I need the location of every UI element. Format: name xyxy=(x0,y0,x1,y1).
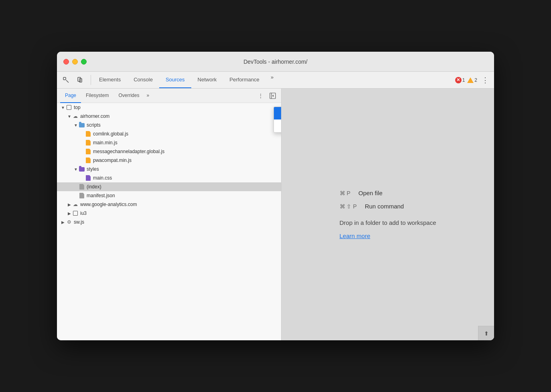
shortcut-row-open-file: ⌘ P Open file xyxy=(340,190,383,196)
upload-icon: ⬆ xyxy=(484,330,489,337)
tree-item-manifest[interactable]: ▼ manifest.json xyxy=(57,191,281,200)
kebab-menu-button[interactable]: ⋮ xyxy=(480,75,491,86)
minimize-button[interactable] xyxy=(72,59,78,65)
main-content: Page Filesystem Overrides » ⋮ xyxy=(57,89,494,340)
tree-arrow-top: ▼ xyxy=(60,105,66,110)
subtab-filesystem[interactable]: Filesystem xyxy=(81,89,113,103)
tree-item-scripts[interactable]: ▼ scripts xyxy=(57,121,281,129)
tree-item-main-min[interactable]: ▼ main.min.js xyxy=(57,138,281,147)
tree-item-comlink[interactable]: ▼ comlink.global.js xyxy=(57,129,281,138)
folder-purple-icon xyxy=(79,166,85,172)
tree-item-index[interactable]: ▼ (index) xyxy=(57,182,281,191)
subtab-overrides[interactable]: Overrides xyxy=(113,89,144,103)
file-yellow-icon-2 xyxy=(85,139,91,146)
open-file-shortcut: ⌘ P xyxy=(340,190,350,196)
context-menu-group-by-folder[interactable]: ✓ Group by folder xyxy=(274,107,282,119)
close-button[interactable] xyxy=(63,59,69,65)
cloud-icon-2: ☁ xyxy=(72,201,79,208)
svg-rect-0 xyxy=(63,77,66,80)
window-title: DevTools - airhorner.com/ xyxy=(243,59,308,65)
cloud-icon: ☁ xyxy=(72,113,79,119)
tree-item-airhorner[interactable]: ▼ ☁ airhorner.com xyxy=(57,112,281,121)
file-gray-icon xyxy=(79,184,85,190)
folder-blue-icon xyxy=(79,122,85,128)
file-yellow-icon-3 xyxy=(85,148,91,155)
square-icon-2 xyxy=(72,210,79,216)
file-tree: ▼ top ▼ ☁ airhorner.com ▼ xyxy=(57,103,281,340)
traffic-lights xyxy=(63,59,87,65)
gear-icon: ⚙ xyxy=(66,219,72,225)
subtab-more[interactable]: » xyxy=(144,89,152,103)
error-badge: ✕ 1 xyxy=(455,77,465,83)
context-menu-open-file[interactable]: Open file ⌘ P xyxy=(274,120,282,132)
tree-item-main-css[interactable]: ▼ main.css xyxy=(57,174,281,182)
tab-network[interactable]: Network xyxy=(191,72,223,88)
tree-item-messagechannel[interactable]: ▼ messagechanneladapter.global.js xyxy=(57,147,281,156)
sub-tab-actions: ⋮ xyxy=(255,91,278,101)
more-options-button[interactable]: ⋮ xyxy=(255,91,266,101)
right-panel-content: ⌘ P Open file ⌘ ⇧ P Run command Drop in … xyxy=(324,182,452,247)
run-command-shortcut: ⌘ ⇧ P xyxy=(340,203,357,210)
tab-bar: Elements Console Sources Network Perform… xyxy=(57,72,494,89)
learn-more-link[interactable]: Learn more xyxy=(340,232,371,239)
bottom-bar: ⬆ xyxy=(478,326,494,340)
devtools-window: DevTools - airhorner.com/ Elements Conso xyxy=(57,52,494,340)
device-toolbar-button[interactable] xyxy=(74,74,86,86)
tab-elements[interactable]: Elements xyxy=(93,72,127,88)
tree-arrow-scripts: ▼ xyxy=(73,122,79,128)
sub-tab-bar: Page Filesystem Overrides » ⋮ xyxy=(57,89,281,103)
warning-icon xyxy=(467,77,474,83)
maximize-button[interactable] xyxy=(81,59,87,65)
square-icon xyxy=(66,104,72,111)
workspace-text: Drop in a folder to add to workspace xyxy=(340,219,436,226)
tab-divider xyxy=(91,75,91,85)
tree-item-sw[interactable]: ▶ ⚙ sw.js xyxy=(57,218,281,226)
warning-badge: 2 xyxy=(467,77,477,83)
tree-item-styles[interactable]: ▼ styles xyxy=(57,165,281,174)
toolbar-icons xyxy=(60,72,86,88)
tree-arrow-airhorner: ▼ xyxy=(67,113,72,119)
shortcut-row-run-command: ⌘ ⇧ P Run command xyxy=(340,203,404,210)
error-icon: ✕ xyxy=(455,77,462,83)
file-yellow-icon xyxy=(85,131,91,137)
tree-item-pwacompat[interactable]: ▼ pwacompat.min.js xyxy=(57,156,281,165)
right-panel: ⌘ P Open file ⌘ ⇧ P Run command Drop in … xyxy=(282,89,494,340)
tab-performance[interactable]: Performance xyxy=(223,72,265,88)
title-bar: DevTools - airhorner.com/ xyxy=(57,52,494,72)
file-purple-icon xyxy=(85,175,91,181)
tree-item-top[interactable]: ▼ top xyxy=(57,103,281,112)
context-menu: ✓ Group by folder Open file ⌘ P xyxy=(273,107,282,133)
tree-item-google-analytics[interactable]: ▶ ☁ www.google-analytics.com xyxy=(57,200,281,209)
subtab-page[interactable]: Page xyxy=(60,89,81,103)
file-gray-icon-2 xyxy=(79,192,85,199)
left-panel: Page Filesystem Overrides » ⋮ xyxy=(57,89,282,340)
inspect-button[interactable] xyxy=(60,74,72,86)
file-yellow-icon-4 xyxy=(85,157,91,164)
tree-item-iu3[interactable]: ▶ iu3 xyxy=(57,209,281,218)
tab-bar-right: ✕ 1 2 ⋮ xyxy=(455,72,491,88)
tab-sources[interactable]: Sources xyxy=(159,72,191,88)
tab-more[interactable]: » xyxy=(266,72,279,83)
sidebar-toggle-button[interactable] xyxy=(267,91,278,101)
tab-console[interactable]: Console xyxy=(127,72,159,88)
